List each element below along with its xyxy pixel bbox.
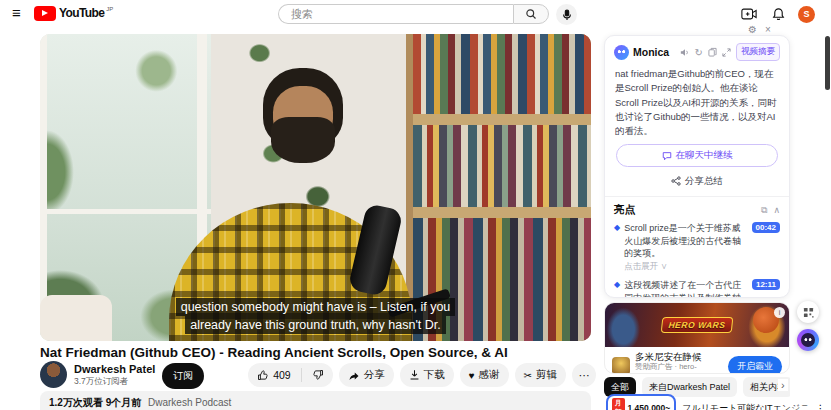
thanks-button[interactable]: ♥ 感谢 bbox=[460, 363, 509, 387]
ad-brand-logo: HERO WARS bbox=[661, 317, 734, 333]
copy-icon bbox=[708, 47, 717, 57]
thanks-heart-icon: ♥ bbox=[469, 370, 475, 381]
book-row bbox=[413, 125, 591, 208]
create-video-button[interactable] bbox=[740, 5, 758, 23]
account-avatar[interactable]: S bbox=[798, 6, 815, 23]
product-menu-icon[interactable]: ⋮ bbox=[815, 403, 825, 410]
clip-button[interactable]: ✂ 剪辑 bbox=[515, 363, 566, 387]
download-button[interactable]: 下载 bbox=[400, 363, 454, 387]
top-right-controls: S bbox=[740, 5, 815, 23]
subscriber-count: 3.7万位订阅者 bbox=[74, 376, 128, 388]
window-frame bbox=[40, 34, 47, 341]
like-count[interactable]: 409 bbox=[273, 369, 291, 381]
page-scrollbar[interactable] bbox=[825, 36, 830, 90]
highlight-text: Scroll prize是一个关于维苏威火山爆发后被埋没的古代卷轴的奖项。 bbox=[624, 222, 747, 260]
thumb-up-icon[interactable] bbox=[257, 369, 269, 381]
thumb-down-icon[interactable] bbox=[312, 369, 324, 381]
share-summary-button[interactable]: 分享总结 bbox=[614, 171, 780, 191]
product-row: 月額 1,450,000~ フルリモート可能なITエンジニ ⋮ bbox=[606, 394, 816, 410]
ad-banner[interactable]: HERO WARS i bbox=[605, 303, 789, 347]
refresh-button[interactable]: ↻ bbox=[695, 47, 703, 58]
panel-settings-icon[interactable]: ⚙ bbox=[748, 24, 757, 35]
highlight-item: ◆ Scroll prize是一个关于维苏威火山爆发后被埋没的古代卷轴的奖项。 … bbox=[614, 222, 780, 273]
thanks-label: 感谢 bbox=[479, 368, 500, 382]
price-badge: 月額 bbox=[612, 398, 625, 410]
more-actions-button[interactable]: ⋯ bbox=[572, 363, 596, 387]
voice-search-button[interactable] bbox=[556, 4, 577, 25]
timestamp-badge[interactable]: 12:11 bbox=[752, 279, 780, 290]
monica-launcher-button[interactable] bbox=[797, 329, 819, 351]
video-title: Nat Friedman (Github CEO) - Reading Anci… bbox=[40, 345, 591, 360]
expand-panel-button[interactable] bbox=[722, 48, 731, 57]
copy-summary-button[interactable] bbox=[708, 47, 717, 57]
window-frame bbox=[40, 209, 211, 214]
channel-name[interactable]: Dwarkesh Patel bbox=[74, 363, 155, 375]
bell-icon bbox=[772, 7, 785, 21]
ad-cta-button[interactable]: 开启霸业 bbox=[728, 356, 782, 374]
video-actions: 409 分享 下载 ♥ 感谢 ✂ 剪辑 ⋯ bbox=[248, 363, 596, 387]
video-player[interactable]: question somebody might have is – Listen… bbox=[40, 34, 591, 341]
highlights-header: 亮点 ⧉ ∧ bbox=[614, 203, 780, 217]
share-summary-label: 分享总结 bbox=[685, 175, 723, 188]
subscribe-button[interactable]: 订阅 bbox=[162, 363, 204, 389]
tabs-scroll-right-icon[interactable]: › bbox=[778, 379, 788, 391]
view-count: 1.2万次观看 bbox=[49, 397, 103, 408]
ad-info-icon[interactable]: i bbox=[774, 307, 785, 318]
video-summary-button[interactable]: 视频摘要 bbox=[736, 43, 780, 61]
search-icon bbox=[525, 8, 537, 20]
timestamp-badge[interactable]: 00:42 bbox=[752, 222, 780, 233]
video-captions: question somebody might have is – Listen… bbox=[40, 298, 591, 335]
continue-label: 在聊天中继续 bbox=[676, 149, 733, 162]
description-box[interactable]: 1.2万次观看 9个月前 Dwarkesh Podcast Nat Friedm… bbox=[40, 391, 591, 410]
pill-divider bbox=[301, 368, 302, 382]
read-aloud-button[interactable] bbox=[680, 48, 690, 57]
caption-line-1: question somebody might have is – Listen… bbox=[176, 298, 456, 316]
ad-info-row: 多米尼安在静候 赞助商广告 · hero-wars.com 开启霸业 bbox=[605, 347, 789, 374]
monica-panel: Monica ↻ 视频摘要 nat friedman是Github的前CEO，现… bbox=[604, 35, 790, 298]
book-row bbox=[413, 34, 591, 114]
like-dislike-pill: 409 bbox=[248, 363, 333, 387]
description-meta: 1.2万次观看 9个月前 Dwarkesh Podcast bbox=[49, 396, 582, 410]
notifications-button[interactable] bbox=[769, 5, 787, 23]
price-value: 1,450,000~ bbox=[628, 403, 671, 410]
highlights-tools: ⧉ ∧ bbox=[761, 205, 780, 216]
shelf-board bbox=[406, 114, 591, 125]
monica-header: Monica ↻ 视频摘要 bbox=[614, 43, 780, 61]
search-button[interactable] bbox=[513, 4, 549, 24]
caption-line-2: already have this ground truth, why hasn… bbox=[185, 316, 445, 334]
youtube-logo[interactable]: YouTube JP bbox=[34, 6, 113, 21]
search-input[interactable] bbox=[278, 4, 513, 24]
top-bar: ≡ YouTube JP S bbox=[0, 0, 831, 28]
menu-icon[interactable]: ≡ bbox=[12, 4, 21, 21]
collapse-highlights-icon[interactable]: ∧ bbox=[773, 205, 780, 216]
expand-highlight-link[interactable]: 点击展开 ∨ bbox=[624, 261, 747, 273]
more-icon: ⋯ bbox=[579, 369, 590, 381]
scissors-icon: ✂ bbox=[524, 370, 532, 381]
ad-sponsor-label: 赞助商广告 · hero-wars.com bbox=[635, 362, 723, 374]
expand-icon bbox=[722, 48, 731, 57]
shelf-board bbox=[406, 207, 591, 218]
ad-card: HERO WARS i 多米尼安在静候 赞助商广告 · hero-wars.co… bbox=[604, 302, 790, 374]
panel-close-icon[interactable]: × bbox=[765, 24, 771, 35]
product-price-chip[interactable]: 月額 1,450,000~ bbox=[606, 394, 676, 410]
panel-divider bbox=[605, 196, 789, 197]
sparkle-icon: ◆ bbox=[614, 279, 620, 298]
youtube-play-icon bbox=[34, 6, 56, 21]
monica-face-icon bbox=[801, 333, 815, 347]
clip-label: 剪辑 bbox=[536, 368, 557, 382]
highlight-text: 这段视频讲述了在一个古代庄园中发现的古卷以及制作卷轴的过程。 bbox=[624, 279, 748, 298]
monica-logo-icon bbox=[614, 45, 629, 60]
panel-controls: ⚙ × bbox=[748, 24, 771, 35]
channel-avatar[interactable] bbox=[40, 361, 67, 388]
monica-title: Monica bbox=[633, 46, 669, 58]
copy-highlights-icon[interactable]: ⧉ bbox=[761, 205, 767, 216]
youtube-logo-text: YouTube bbox=[59, 6, 104, 21]
chat-icon bbox=[662, 151, 672, 161]
share-label: 分享 bbox=[364, 368, 385, 382]
youtube-watch-page: ≡ YouTube JP S bbox=[0, 0, 831, 410]
download-label: 下载 bbox=[424, 368, 445, 382]
product-title[interactable]: フルリモート可能なITエンジニ bbox=[682, 402, 809, 410]
share-button[interactable]: 分享 bbox=[339, 363, 394, 387]
screenshot-tool-button[interactable] bbox=[797, 301, 819, 323]
continue-in-chat-button[interactable]: 在聊天中继续 bbox=[616, 144, 778, 167]
